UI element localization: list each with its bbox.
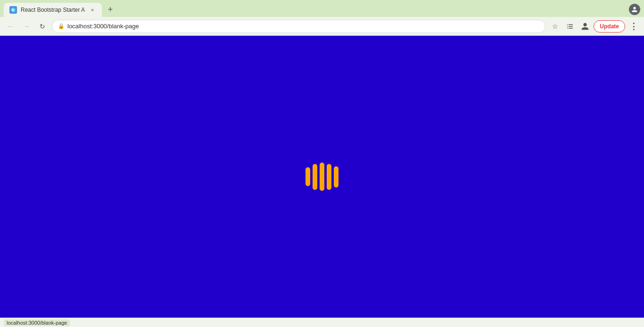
browser-menu-button[interactable]: ⋮ (627, 20, 640, 33)
forward-button[interactable]: → (20, 20, 33, 33)
new-tab-button[interactable]: + (104, 3, 117, 16)
loading-bar-4 (327, 164, 331, 190)
update-button[interactable]: Update (594, 20, 625, 33)
active-tab[interactable]: R React Bootstrap Starter A × (4, 3, 102, 17)
status-bar: localhost:3000/blank-page (0, 318, 644, 327)
loading-bar-1 (305, 167, 310, 186)
loading-bar-2 (313, 164, 317, 190)
browser-window: R React Bootstrap Starter A × + ← → ↻ 🔒 … (0, 0, 644, 327)
refresh-button[interactable]: ↻ (36, 20, 49, 33)
lock-icon: 🔒 (58, 23, 65, 29)
address-bar: ← → ↻ 🔒 localhost:3000/blank-page ☆ (0, 17, 644, 36)
tab-bar-right (629, 4, 640, 17)
url-text: localhost:3000/blank-page (67, 23, 139, 30)
media-button[interactable] (563, 20, 577, 33)
tab-close-button[interactable]: × (89, 6, 96, 14)
tab-title: React Bootstrap Starter A (21, 7, 85, 13)
loading-indicator (305, 163, 339, 191)
back-button[interactable]: ← (4, 20, 17, 33)
loading-bar-5 (334, 166, 339, 188)
account-button[interactable] (578, 20, 592, 33)
tab-favicon: R (9, 6, 17, 14)
profile-button[interactable] (629, 4, 640, 15)
address-bar-actions: ☆ Update ⋮ (548, 20, 640, 33)
loading-bar-3 (320, 163, 324, 191)
page-content (0, 36, 644, 318)
address-input[interactable]: 🔒 localhost:3000/blank-page (52, 20, 545, 33)
status-url: localhost:3000/blank-page (4, 319, 70, 326)
svg-text:R: R (12, 8, 14, 12)
tab-bar: R React Bootstrap Starter A × + (0, 0, 644, 17)
bookmark-button[interactable]: ☆ (548, 20, 561, 33)
